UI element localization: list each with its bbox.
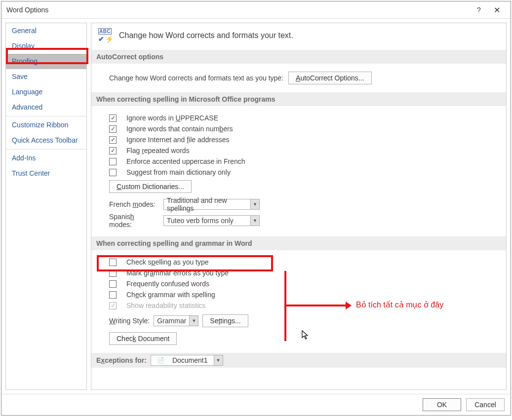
- sidebar-item-trust-center[interactable]: Trust Center: [6, 166, 86, 181]
- chk-grammar-spell[interactable]: [109, 291, 117, 299]
- chevron-down-icon: ▼: [250, 199, 259, 209]
- section-exceptions: Exceptions for: 📄Document1 ▼: [91, 353, 506, 368]
- abc-check-icon: ABC✔⚡: [98, 28, 114, 43]
- window-title: Word Options: [6, 6, 470, 14]
- chk-accented[interactable]: [109, 158, 117, 165]
- sidebar-item-quick-access-toolbar[interactable]: Quick Access Toolbar: [6, 133, 86, 148]
- sidebar-item-save[interactable]: Save: [6, 69, 86, 84]
- chk-internet[interactable]: [109, 136, 117, 144]
- help-button[interactable]: ?: [470, 3, 488, 17]
- chevron-down-icon: ▼: [250, 216, 259, 226]
- sidebar-item-advanced[interactable]: Advanced: [6, 100, 86, 115]
- chk-spell-type[interactable]: [109, 259, 117, 266]
- sidebar-item-display[interactable]: Display: [6, 38, 86, 54]
- settings-button[interactable]: Settings...: [202, 314, 248, 327]
- content-panel: ABC✔⚡ Change how Word corrects and forma…: [91, 23, 507, 390]
- section-spelling: When correcting spelling in Microsoft Of…: [91, 92, 506, 106]
- sidebar-item-general[interactable]: General: [6, 23, 86, 38]
- ok-button[interactable]: OK: [423, 398, 461, 411]
- sidebar-item-language[interactable]: Language: [6, 84, 86, 100]
- autocorrect-options-button[interactable]: AutoCorrect Options...: [288, 72, 372, 84]
- dialog-footer: OK Cancel: [1, 394, 511, 415]
- check-document-button[interactable]: Check Document: [109, 332, 177, 345]
- french-modes-select[interactable]: Traditional and new spellings▼: [163, 199, 260, 210]
- chk-numbers[interactable]: [109, 125, 117, 133]
- sidebar-item-add-ins[interactable]: Add-Ins: [6, 149, 86, 166]
- chk-repeated[interactable]: [109, 147, 117, 154]
- chevron-down-icon: ▼: [214, 355, 223, 365]
- exceptions-select[interactable]: 📄Document1 ▼: [151, 355, 223, 366]
- chk-main-dict[interactable]: [109, 169, 117, 176]
- autocorrect-desc: Change how Word corrects and formats tex…: [109, 74, 283, 82]
- chk-grammar-type[interactable]: [109, 269, 117, 277]
- section-grammar: When correcting spelling and grammar in …: [91, 236, 506, 250]
- cancel-button[interactable]: Cancel: [466, 398, 505, 411]
- sidebar: General Display Proofing Save Language A…: [5, 23, 87, 390]
- close-button[interactable]: ✕: [488, 3, 506, 17]
- sidebar-item-customize-ribbon[interactable]: Customize Ribbon: [6, 116, 86, 133]
- section-autocorrect: AutoCorrect options: [91, 50, 506, 64]
- titlebar: Word Options ? ✕: [1, 1, 511, 18]
- spanish-modes-select[interactable]: Tuteo verb forms only▼: [163, 215, 260, 226]
- chk-uppercase[interactable]: [109, 115, 117, 122]
- chk-confused[interactable]: [109, 280, 117, 288]
- word-options-dialog: Word Options ? ✕ General Display Proofin…: [1, 1, 511, 416]
- word-doc-icon: 📄: [154, 357, 167, 364]
- writing-style-select[interactable]: Grammar▼: [154, 315, 198, 326]
- custom-dictionaries-button[interactable]: Custom Dictionaries...: [109, 180, 192, 193]
- sidebar-item-proofing[interactable]: Proofing: [6, 54, 86, 69]
- chevron-down-icon: ▼: [189, 316, 198, 326]
- intro-text: Change how Word corrects and formats you…: [119, 31, 293, 40]
- chk-readability: [109, 302, 117, 309]
